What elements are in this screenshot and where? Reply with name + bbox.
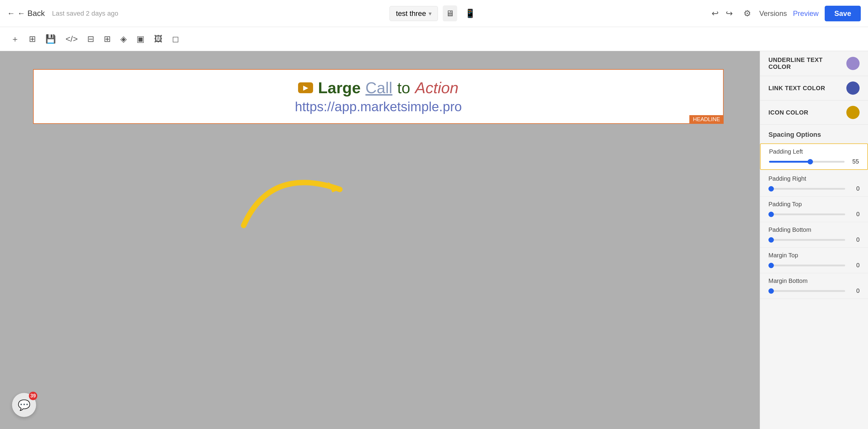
save-file-button[interactable]: 💾 [42,31,60,47]
margin-top-value: 0 [849,262,860,269]
margin-top-row: Margin Top 0 [760,248,868,273]
code-button[interactable]: </> [62,31,81,47]
add-element-button[interactable]: ＋ [7,30,23,48]
top-toolbar: ← ← Back Last saved 2 days ago test thre… [0,0,868,27]
widget-button[interactable]: ◻ [168,31,183,47]
margin-bottom-slider[interactable] [769,290,845,292]
headline-block[interactable]: ▶ Large Call to Action https://app.marke… [33,69,724,124]
redo-button[interactable]: ↪ [723,6,735,21]
padding-right-control: 0 [769,185,860,192]
margin-top-control: 0 [769,262,860,269]
headline-large-text: Large [318,79,361,97]
headline-url: https://app.marketsimple.pro [52,99,705,114]
component-button[interactable]: ◈ [117,31,130,47]
chevron-down-icon: ▾ [429,10,432,17]
padding-top-control: 0 [769,211,860,218]
main-content: ▶ Large Call to Action https://app.marke… [0,51,868,429]
padding-bottom-slider[interactable] [769,239,845,241]
undo-button[interactable]: ↩ [709,6,721,21]
back-label: ← Back [18,9,45,18]
padding-bottom-row: Padding Bottom 0 [760,222,868,248]
settings-button[interactable]: ⚙ [741,6,753,21]
headline-line1: ▶ Large Call to Action [52,79,705,97]
back-arrow-icon: ← [7,9,15,18]
padding-right-row: Padding Right 0 [760,171,868,197]
layers-button[interactable]: ⊞ [25,31,39,47]
headline-call-text: Call [365,79,393,97]
template-button[interactable]: ⊟ [84,31,98,47]
padding-bottom-control: 0 [769,236,860,243]
back-button[interactable]: ← ← Back [7,9,45,18]
padding-top-label: Padding Top [769,201,860,208]
padding-bottom-value: 0 [849,236,860,243]
padding-right-slider[interactable] [769,188,845,190]
toolbar-left: ← ← Back Last saved 2 days ago [7,9,390,18]
margin-bottom-control: 0 [769,287,860,294]
mobile-view-button[interactable]: 📱 [462,5,478,21]
page-selector[interactable]: test three ▾ [390,6,438,21]
headline-badge: HEADLINE [689,115,724,124]
versions-button[interactable]: Versions [760,9,787,18]
second-toolbar: ＋ ⊞ 💾 </> ⊟ ⊞ ◈ ▣ 🖼 ◻ [0,27,868,51]
headline-to-text: to [397,79,410,97]
underline-text-color-row: UNDERLINE TEXT COLOR [760,51,868,76]
padding-right-label: Padding Right [769,175,860,182]
padding-top-row: Padding Top 0 [760,197,868,222]
image-button[interactable]: 🖼 [150,31,166,47]
padding-bottom-label: Padding Bottom [769,226,860,233]
margin-bottom-row: Margin Bottom 0 [760,273,868,299]
chat-widget[interactable]: 💬 39 [12,393,36,417]
margin-top-label: Margin Top [769,252,860,259]
arrow-annotation [225,141,376,237]
padding-top-slider[interactable] [769,213,845,215]
grid-button[interactable]: ⊞ [100,31,114,47]
spacing-options-header: Spacing Options [760,125,868,142]
headline-action-text: Action [415,79,459,97]
layout-button[interactable]: ▣ [133,31,148,47]
save-button[interactable]: Save [825,6,861,21]
icon-color-swatch[interactable] [846,106,860,119]
icon-color-row: ICON COLOR [760,100,868,125]
padding-left-row: Padding Left 55 [760,143,868,170]
margin-bottom-value: 0 [849,287,860,294]
underline-text-color-label: UNDERLINE TEXT COLOR [769,57,846,70]
preview-button[interactable]: Preview [793,9,819,18]
padding-top-value: 0 [849,211,860,218]
chat-icon: 💬 [18,399,30,411]
padding-left-label: Padding Left [769,148,859,155]
underline-text-color-swatch[interactable] [846,57,860,70]
link-text-color-label: LINK TEXT COLOR [769,85,825,92]
toolbar-center: test three ▾ 🖥 📱 [390,5,478,21]
page-name: test three [396,9,426,18]
canvas-inner: ▶ Large Call to Action https://app.marke… [0,51,760,429]
last-saved-text: Last saved 2 days ago [52,10,118,18]
desktop-view-button[interactable]: 🖥 [443,5,457,21]
canvas-area[interactable]: ▶ Large Call to Action https://app.marke… [0,51,760,429]
icon-color-label: ICON COLOR [769,109,808,116]
margin-top-slider[interactable] [769,265,845,266]
padding-left-slider[interactable] [769,161,844,163]
padding-left-value: 55 [848,158,859,165]
padding-right-value: 0 [849,185,860,192]
link-text-color-row: LINK TEXT COLOR [760,76,868,100]
undo-redo-group: ↩ ↪ [709,6,735,21]
right-panel: UNDERLINE TEXT COLOR LINK TEXT COLOR ICO… [760,51,868,429]
margin-bottom-label: Margin Bottom [769,277,860,285]
youtube-icon: ▶ [298,82,313,93]
link-text-color-swatch[interactable] [846,81,860,95]
toolbar-right: ↩ ↪ ⚙ Versions Preview Save [478,6,861,21]
padding-left-control: 55 [769,158,859,165]
chat-badge: 39 [29,392,37,400]
